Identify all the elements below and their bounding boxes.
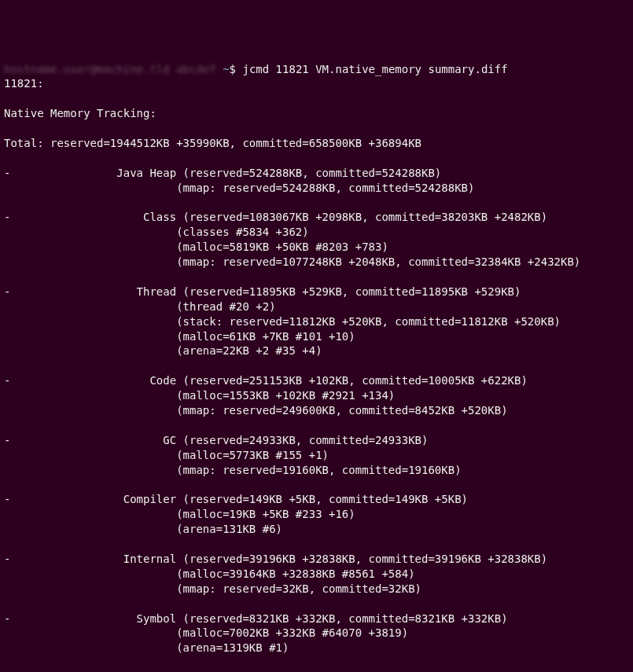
terminal-output[interactable]: hostname.user@machine.tld abcdef ~$ jcmd… [4, 62, 629, 672]
prompt-dollar: $ [230, 63, 236, 75]
prompt-host: hostname.user@machine.tld abcdef [4, 62, 216, 77]
pid-line: 11821: [4, 77, 44, 90]
total-line: Total: reserved=1944512KB +35990KB, comm… [4, 137, 421, 149]
prompt-tilde: ~ [223, 63, 229, 75]
command-text: jcmd 11821 VM.native_memory summary.diff [242, 63, 507, 75]
nmt-header: Native Memory Tracking: [4, 107, 156, 119]
sections-container: - Java Heap (reserved=524288KB, committe… [4, 151, 629, 672]
